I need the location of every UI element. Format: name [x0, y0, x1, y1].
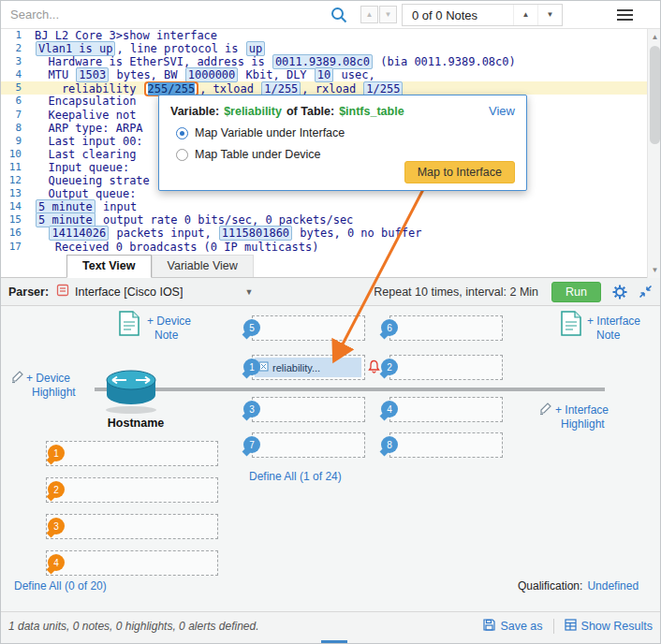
save-as-button[interactable]: Save as — [483, 619, 542, 634]
editor-scrollbar[interactable]: ▲ ▼ — [647, 29, 661, 278]
find-previous-button[interactable]: ▲ — [360, 6, 378, 23]
horizontal-scrollbar-thumb[interactable] — [321, 640, 347, 644]
menu-icon[interactable] — [617, 9, 633, 23]
interface-anchor-marker[interactable]: 2 — [381, 359, 398, 375]
radio-selected-icon[interactable] — [176, 127, 188, 139]
add-device-note-link[interactable]: + Device Note — [147, 315, 191, 343]
radio-unselected-icon[interactable] — [176, 149, 188, 161]
status-bar: 1 data units, 0 notes, 0 highlights, 0 a… — [1, 611, 661, 639]
variable-mapping-popup: Variable: $reliability of Table: $intfs_… — [158, 95, 527, 191]
device-variable-slot[interactable] — [46, 441, 218, 466]
device-highlight-label-line1: + Device — [26, 372, 76, 386]
results-table-icon — [565, 619, 577, 634]
parsed-variable-tag[interactable]: 1503 — [76, 67, 109, 82]
line-number: 10 — [1, 148, 27, 161]
interface-variable-slot[interactable] — [389, 432, 503, 458]
device-variable-slot[interactable] — [46, 514, 218, 539]
code-line[interactable]: 4 MTU 1503 bytes, BW 1000000 Kbit, DLY 1… — [1, 68, 647, 81]
code-line[interactable]: 2Vlan1 is up, line protocol is up — [1, 42, 647, 55]
interface-variable-slot[interactable] — [389, 315, 503, 341]
repeat-settings: Repeat 10 times, interval: 2 Min — [374, 285, 538, 299]
run-button[interactable]: Run — [551, 282, 601, 302]
view-tabs: Text View Variable View — [1, 254, 647, 278]
define-all-interfaces-link[interactable]: Define All (1 of 24) — [249, 470, 342, 483]
scroll-up-icon[interactable]: ▲ — [648, 30, 661, 44]
scrollbar-thumb[interactable] — [650, 46, 660, 144]
interface-variable-slot[interactable] — [389, 355, 503, 380]
alert-bell-icon[interactable] — [368, 359, 380, 377]
popup-header: Variable: $reliability of Table: $intfs_… — [159, 95, 526, 118]
interface-variable-slot[interactable] — [252, 397, 365, 422]
divider — [553, 619, 554, 634]
device-note-label-line2: Note — [147, 329, 191, 343]
code-line[interactable]: 145 minute input — [1, 200, 647, 213]
interface-highlight-icon[interactable] — [538, 401, 553, 419]
code-line[interactable]: 3 Hardware is EtherSVI, address is 0011.… — [1, 55, 647, 68]
tab-variable-view[interactable]: Variable View — [152, 255, 254, 277]
status-actions: Save as Show Results — [483, 619, 661, 634]
line-number: 15 — [1, 213, 27, 227]
search-input[interactable] — [1, 1, 324, 28]
parsed-variable-tag[interactable]: 10 — [315, 67, 333, 82]
device-note-icon[interactable] — [119, 311, 140, 340]
device-variable-slot[interactable] — [46, 477, 218, 503]
interface-variable-slot[interactable] — [252, 432, 365, 458]
line-number: 13 — [1, 187, 27, 200]
device-anchor-marker[interactable]: 2 — [48, 481, 65, 498]
parser-name: Interface [Cisco IOS] — [75, 285, 183, 299]
horizontal-scrollbar[interactable] — [1, 639, 661, 644]
interface-anchor-marker[interactable]: 3 — [243, 401, 260, 417]
device-highlight-icon[interactable] — [10, 369, 25, 388]
interface-anchor-marker[interactable]: 5 — [243, 319, 260, 336]
qualification-value-link[interactable]: Undefined — [587, 579, 639, 593]
interface-variable-slot[interactable] — [252, 315, 365, 341]
view-link[interactable]: View — [489, 104, 515, 118]
define-all-device-link[interactable]: Define All (0 of 20) — [14, 579, 107, 593]
interface-anchor-marker[interactable]: 7 — [243, 436, 260, 453]
interface-note-icon[interactable] — [561, 311, 581, 340]
add-interface-highlight-link[interactable]: + Interface Highlight — [555, 403, 609, 432]
interface-anchor-marker[interactable]: 1 — [243, 359, 260, 375]
device-note-label-line1: + Device — [147, 315, 191, 329]
interface-highlight-label-line1: + Interface — [555, 403, 609, 417]
parsed-variable-tag[interactable]: 14114026 — [49, 226, 109, 241]
device-anchor-marker[interactable]: 4 — [48, 554, 65, 571]
line-number: 1 — [1, 29, 27, 42]
device-anchor-marker[interactable]: 3 — [48, 518, 65, 534]
next-note-button[interactable]: ▼ — [537, 5, 562, 25]
map-to-interface-button[interactable]: Map to Interface — [404, 161, 515, 183]
parsed-variable-tag[interactable]: 1115801860 — [219, 226, 292, 241]
code-line[interactable]: 155 minute output rate 0 bits/sec, 0 pac… — [1, 213, 647, 227]
device-anchor-marker[interactable]: 1 — [48, 445, 65, 461]
parsed-variable-tag[interactable]: 1000000 — [185, 67, 239, 82]
code-line[interactable]: 16 14114026 packets input, 1115801860 by… — [1, 227, 647, 240]
code-line[interactable]: 17 Received 0 broadcasts (0 IP multicast… — [1, 241, 647, 254]
radio-map-table-under-device[interactable]: Map Table under Device — [176, 148, 526, 161]
scroll-down-icon[interactable]: ▼ — [648, 263, 661, 277]
previous-note-button[interactable]: ▲ — [513, 5, 537, 25]
device-variable-slot[interactable] — [46, 550, 218, 576]
add-device-highlight-link[interactable]: + Device Highlight — [26, 372, 76, 400]
show-results-button[interactable]: Show Results — [565, 619, 653, 634]
settings-gear-icon[interactable] — [612, 285, 627, 300]
code-line[interactable]: 5 reliability 255/255, txload 1/255, rxl… — [1, 81, 647, 95]
app: ▲ ▼ 0 of 0 Notes ▲ ▼ 1BJ_L2_Core_3>show … — [0, 0, 661, 644]
mapped-variable-chip[interactable]: reliability... — [255, 358, 361, 377]
add-interface-note-link[interactable]: + Interface Note — [587, 315, 640, 343]
code-line[interactable]: 1BJ_L2_Core_3>show interface — [1, 29, 647, 42]
interface-anchor-marker[interactable]: 6 — [381, 319, 398, 336]
interface-variable-slot[interactable] — [389, 397, 503, 422]
parsed-variable-tag[interactable]: Vlan1 is up — [36, 41, 115, 56]
radio-map-variable-under-interface[interactable]: Map Variable under Interface — [176, 126, 526, 139]
search-icon[interactable] — [330, 7, 347, 27]
find-next-button[interactable]: ▼ — [379, 6, 397, 23]
line-number: 17 — [1, 241, 27, 254]
collapse-icon[interactable] — [639, 285, 653, 299]
tab-text-view[interactable]: Text View — [66, 255, 152, 278]
interface-anchor-marker[interactable]: 8 — [381, 436, 398, 453]
interface-anchor-marker[interactable]: 4 — [381, 401, 398, 417]
router-device-icon[interactable] — [100, 366, 162, 418]
parser-select[interactable]: Interface [Cisco IOS] ▼ — [56, 284, 253, 300]
interface-variable-slot[interactable]: reliability... — [252, 355, 365, 380]
parsed-variable-tag[interactable]: up — [246, 41, 265, 56]
